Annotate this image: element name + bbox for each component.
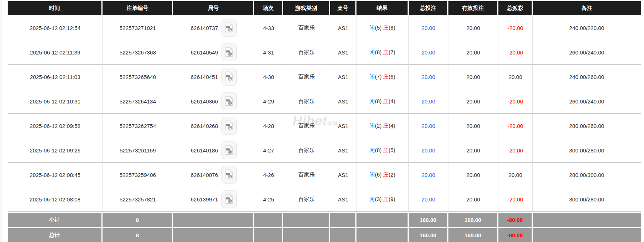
remark-cell: 280.00/300.00 bbox=[533, 163, 641, 187]
bet-no-cell: 522573259406 bbox=[103, 163, 173, 187]
result-banker-label: 庄 bbox=[383, 122, 389, 129]
game-type-cell: 百家乐 bbox=[283, 114, 330, 138]
result-banker-score: (6) bbox=[389, 73, 395, 80]
bet-no-cell: 522573257821 bbox=[103, 187, 173, 212]
table-no-cell: AS1 bbox=[330, 138, 356, 163]
table-row: 2025-06-12 02:11:03522573265640626140451… bbox=[8, 65, 641, 89]
footer-empty-cell bbox=[254, 212, 283, 227]
bet-no-cell: 522573267368 bbox=[103, 40, 173, 65]
col-header-remark: 备注 bbox=[533, 1, 641, 16]
video-replay-button[interactable] bbox=[221, 68, 237, 86]
footer-empty-cell bbox=[283, 212, 330, 227]
video-replay-button[interactable] bbox=[221, 190, 237, 208]
footer-empty-cell bbox=[533, 212, 641, 227]
session-cell: 4-31 bbox=[254, 40, 283, 65]
result-cell: 闲(2) 庄(4) bbox=[356, 114, 409, 138]
result-banker-score: (2) bbox=[389, 171, 395, 178]
remark-cell: 300.00/280.00 bbox=[533, 138, 641, 163]
valid-bet-cell: 20.00 bbox=[448, 16, 498, 40]
remark-cell: 260.00/240.00 bbox=[533, 40, 641, 65]
result-cell: 闲(5) 庄(8) bbox=[356, 16, 409, 40]
round-no: 626140186 bbox=[190, 147, 218, 154]
result-player-score: (8) bbox=[375, 147, 382, 153]
col-header-payout: 总派彩 bbox=[498, 1, 533, 16]
video-file-icon bbox=[225, 194, 234, 205]
video-file-icon bbox=[225, 145, 234, 156]
result-banker-score: (7) bbox=[389, 49, 395, 55]
video-replay-button[interactable] bbox=[221, 92, 237, 110]
footer-count: 8 bbox=[103, 212, 173, 227]
bet-no-cell: 522573261169 bbox=[103, 138, 173, 163]
total-bet-cell: 20.00 bbox=[409, 40, 448, 65]
footer-empty-cell bbox=[356, 227, 409, 242]
session-cell: 4-27 bbox=[254, 138, 283, 163]
bet-no-cell: 522573262754 bbox=[103, 114, 173, 138]
result-banker-score: (9) bbox=[389, 196, 395, 202]
round-no: 626140549 bbox=[190, 49, 218, 56]
remark-cell: 240.00/260.00 bbox=[533, 65, 641, 89]
result-banker-label: 庄 bbox=[383, 24, 389, 31]
footer-total-bet: 160.00 bbox=[409, 212, 448, 227]
round-no: 626140268 bbox=[190, 123, 218, 129]
result-player-score: (6) bbox=[375, 171, 382, 178]
round-no-cell: 626140451 bbox=[173, 65, 254, 89]
footer-empty-cell bbox=[330, 212, 356, 227]
total-bet-cell: 20.00 bbox=[409, 138, 448, 163]
game-type-cell: 百家乐 bbox=[283, 40, 330, 65]
table-row: 2025-06-12 02:09:26522573261169626140186… bbox=[8, 138, 641, 163]
payout-cell: 20.00 bbox=[498, 163, 533, 187]
session-cell: 4-26 bbox=[254, 163, 283, 187]
result-player-label: 闲 bbox=[370, 196, 375, 202]
video-replay-button[interactable] bbox=[221, 166, 237, 184]
remark-cell: 280.00/260.00 bbox=[533, 114, 641, 138]
footer-empty-cell bbox=[173, 212, 254, 227]
valid-bet-cell: 20.00 bbox=[448, 163, 498, 187]
result-banker-label: 庄 bbox=[383, 147, 389, 153]
bet-no-cell: 522573264134 bbox=[103, 89, 173, 114]
footer-empty-cell bbox=[356, 212, 409, 227]
panel-left-edge bbox=[0, 0, 1, 242]
table-no-cell: AS1 bbox=[330, 16, 356, 40]
time-cell: 2025-06-12 02:09:26 bbox=[8, 138, 103, 163]
result-banker-label: 庄 bbox=[383, 171, 389, 178]
video-replay-button[interactable] bbox=[221, 117, 237, 135]
video-replay-button[interactable] bbox=[221, 141, 237, 159]
footer-label: 小计 bbox=[8, 212, 103, 227]
result-player-label: 闲 bbox=[370, 122, 375, 129]
footer-count: 8 bbox=[103, 227, 173, 242]
result-cell: 闲(3) 庄(9) bbox=[356, 187, 409, 212]
remark-cell: 240.00/220.00 bbox=[533, 16, 641, 40]
time-cell: 2025-06-12 02:09:58 bbox=[8, 114, 103, 138]
total-bet-cell: 20.00 bbox=[409, 163, 448, 187]
total-bet-cell: 20.00 bbox=[409, 16, 448, 40]
game-type-cell: 百家乐 bbox=[283, 163, 330, 187]
result-banker-label: 庄 bbox=[383, 49, 389, 55]
video-replay-button[interactable] bbox=[221, 19, 237, 37]
bet-history-panel: 时间 注单编号 局号 场次 游戏类别 桌号 结果 总投注 有效投注 总派彩 备注… bbox=[8, 1, 641, 242]
round-no-cell: 626140549 bbox=[173, 40, 254, 65]
result-banker-score: (4) bbox=[389, 122, 395, 129]
video-replay-button[interactable] bbox=[221, 44, 237, 61]
session-cell: 4-33 bbox=[254, 16, 283, 40]
round-no-cell: 626139971 bbox=[173, 187, 254, 212]
col-header-total-bet: 总投注 bbox=[409, 1, 448, 16]
result-cell: 闲(6) 庄(2) bbox=[356, 163, 409, 187]
footer-empty-cell bbox=[533, 227, 641, 242]
table-no-cell: AS1 bbox=[330, 65, 356, 89]
remark-cell: 260.00/240.00 bbox=[533, 89, 641, 114]
result-player-score: (2) bbox=[375, 122, 382, 129]
table-no-cell: AS1 bbox=[330, 163, 356, 187]
round-no: 626139971 bbox=[190, 196, 218, 203]
valid-bet-cell: 20.00 bbox=[448, 40, 498, 65]
table-row: 2025-06-12 02:08:45522573259406626140076… bbox=[8, 163, 641, 187]
total-bet-cell: 20.00 bbox=[409, 187, 448, 212]
game-type-cell: 百家乐 bbox=[283, 16, 330, 40]
col-header-bet-no: 注单编号 bbox=[103, 1, 173, 16]
video-file-icon bbox=[225, 120, 234, 132]
footer-valid-bet: 160.00 bbox=[448, 227, 498, 242]
col-header-valid-bet: 有效投注 bbox=[448, 1, 498, 16]
col-header-table-no: 桌号 bbox=[330, 1, 356, 16]
table-row: 2025-06-12 02:10:31522573264134626140366… bbox=[8, 89, 641, 114]
table-body: 2025-06-12 02:12:54522573271021626140737… bbox=[8, 16, 641, 212]
game-type-cell: 百家乐 bbox=[283, 65, 330, 89]
